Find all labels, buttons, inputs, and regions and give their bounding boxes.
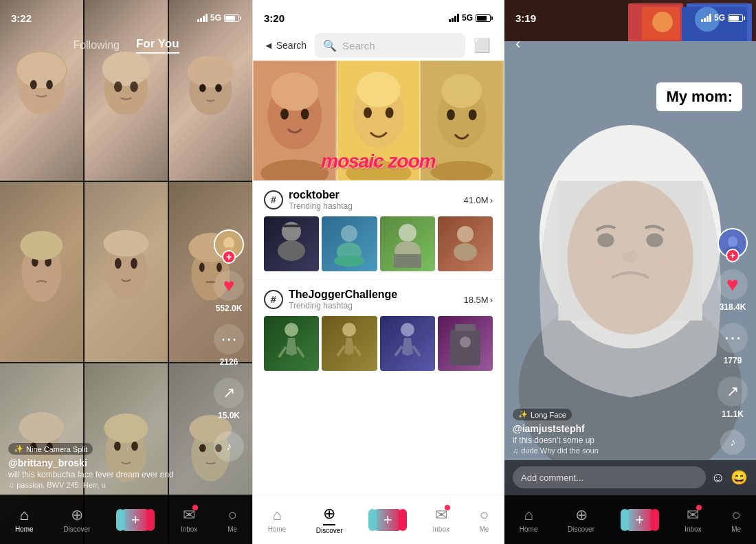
snav-discover-btn[interactable]: ⊕ Discover <box>316 505 343 534</box>
share-action-1[interactable]: ↗ 15.0K <box>214 378 244 420</box>
video-me-icon: ○ <box>732 506 741 524</box>
comment-action-1[interactable]: ⋯ 2126 <box>214 324 244 367</box>
svg-point-79 <box>460 337 471 348</box>
back-btn-2[interactable]: ◄ Search <box>264 40 307 51</box>
search-bar-2[interactable]: 🔍 Search <box>315 33 465 58</box>
snav-me-btn[interactable]: ○ Me <box>479 506 489 533</box>
video-nav-inbox-btn[interactable]: ✉ Inbox <box>685 506 701 533</box>
video-username[interactable]: @iamjuststephf <box>513 423 708 434</box>
trending-thumb-2-4[interactable] <box>438 316 493 371</box>
status-time-1: 3:22 <box>11 12 32 24</box>
trending-jogger[interactable]: # TheJoggerChallenge Trending hashtag 18… <box>253 280 504 379</box>
share-icon-1[interactable]: ↗ <box>214 378 244 408</box>
video-heart-icon[interactable]: ♥ <box>718 269 748 299</box>
home-label-1: Home <box>15 525 34 533</box>
comment-input[interactable]: Add comment... <box>513 466 706 488</box>
add-icon-1[interactable]: + <box>120 509 151 531</box>
trending-thumb-2-1[interactable] <box>264 316 319 371</box>
comment-icon-1[interactable]: ⋯ <box>214 324 244 354</box>
nav-foryou-1[interactable]: For You <box>136 37 179 54</box>
back-btn-3[interactable]: ‹ <box>515 35 520 53</box>
trending-thumb-1-3[interactable] <box>380 216 435 271</box>
video-home-icon: ⌂ <box>524 506 533 524</box>
video-comment-icon[interactable]: ⋯ <box>718 323 748 353</box>
trending-thumb-1-2[interactable] <box>322 216 377 271</box>
trending-rocktober[interactable]: # rocktober Trending hashtag 41.0M › <box>253 181 504 280</box>
trending-left-1: # rocktober Trending hashtag <box>264 189 353 211</box>
nav-following-1[interactable]: Following <box>73 39 120 52</box>
qr-btn-2[interactable]: ⬜ <box>471 34 493 56</box>
video-home-label: Home <box>520 525 538 533</box>
like-action-1[interactable]: ♥ 552.0K <box>214 271 244 313</box>
panel-search: 3:20 5G ◄ Search 🔍 Search ⬜ <box>252 0 504 544</box>
trending-info-1: rocktober Trending hashtag <box>289 189 353 211</box>
avatar-container-1[interactable]: + <box>214 229 244 260</box>
video-avatar-container[interactable]: + <box>718 228 748 258</box>
nav-discover-btn-1[interactable]: ⊕ Discover <box>63 506 90 533</box>
video-creator-avatar[interactable]: + <box>718 228 748 258</box>
snav-home-btn[interactable]: ⌂ Home <box>268 506 287 533</box>
video-add-icon[interactable]: + <box>625 509 655 531</box>
svg-point-47 <box>357 72 400 107</box>
svg-point-15 <box>21 231 63 260</box>
video-music-row: ♫ dude Why did the soun <box>513 446 708 455</box>
snav-add-icon[interactable]: + <box>373 509 403 531</box>
mosaic-text: mosaic zoom <box>253 150 504 172</box>
svg-point-43 <box>301 109 309 120</box>
svg-point-2 <box>30 80 37 90</box>
video-share-icon[interactable]: ↗ <box>718 376 748 407</box>
trending-thumb-2-2[interactable] <box>322 316 377 371</box>
video-nav-home-btn[interactable]: ⌂ Home <box>520 506 538 533</box>
svg-point-27 <box>19 412 65 443</box>
video-share-action[interactable]: ↗ 11.1K <box>718 376 748 419</box>
status-time-2: 3:20 <box>264 12 285 24</box>
creator-avatar-1[interactable]: + <box>214 229 244 260</box>
trending-thumb-2-3[interactable] <box>380 316 435 371</box>
video-nav-add-btn[interactable]: + <box>625 509 655 531</box>
hashtag-icon-1: # <box>264 190 283 209</box>
search-placeholder-2: Search <box>342 40 375 52</box>
snav-inbox-btn[interactable]: ✉ Inbox <box>433 506 449 533</box>
svg-line-70 <box>297 347 304 357</box>
trending-sub-2: Trending hashtag <box>289 301 397 310</box>
trending-count-2: 18.5M › <box>464 295 493 305</box>
effect-name-1: Nine Camera Split <box>26 445 87 453</box>
video-follow-plus[interactable]: + <box>726 249 740 262</box>
follow-plus-1[interactable]: + <box>222 250 236 264</box>
svg-rect-59 <box>283 225 300 227</box>
video-top-nav: ‹ <box>504 30 756 58</box>
nav-inbox-btn-1[interactable]: ✉ Inbox <box>181 506 197 533</box>
username-1[interactable]: @brittany_broski <box>8 457 204 468</box>
nav-me-btn-1[interactable]: ○ Me <box>227 506 237 533</box>
trending-thumb-1-1[interactable] <box>264 216 319 271</box>
snav-add-btn[interactable]: + <box>373 509 403 531</box>
video-nav-me-btn[interactable]: ○ Me <box>731 506 741 533</box>
mosaic-banner[interactable]: mosaic zoom <box>253 60 504 181</box>
video-comment-action[interactable]: ⋯ 1779 <box>718 323 748 365</box>
trending-name-1: rocktober <box>289 189 353 201</box>
trending-thumb-1-4[interactable] <box>438 216 493 271</box>
heart-icon-1[interactable]: ♥ <box>214 271 244 301</box>
me-label-1: Me <box>227 525 237 533</box>
svg-point-11 <box>215 84 222 93</box>
video-music-disc[interactable]: ♪ <box>720 430 745 455</box>
sticker-btn[interactable]: 😄 <box>731 469 748 486</box>
trending-name-2: TheJoggerChallenge <box>289 288 397 301</box>
music-disc-1[interactable]: ♪ <box>214 431 244 462</box>
svg-point-18 <box>131 258 137 269</box>
svg-point-19 <box>104 230 149 257</box>
emoji-btn[interactable]: ☺ <box>711 470 725 486</box>
svg-point-63 <box>399 224 416 242</box>
video-discover-label: Discover <box>568 525 594 533</box>
video-background: My mom: 3:19 5G <box>504 0 756 544</box>
video-nav-discover-btn[interactable]: ⊕ Discover <box>568 506 594 533</box>
video-music-text: dude Why did the soun <box>521 446 599 455</box>
svg-point-42 <box>280 109 289 120</box>
svg-point-17 <box>115 258 122 269</box>
nav-home-btn-1[interactable]: ⌂ Home <box>15 506 34 533</box>
snav-inbox-label: Inbox <box>433 525 449 533</box>
snav-home-label: Home <box>268 525 287 533</box>
nav-add-btn-1[interactable]: + <box>120 509 151 531</box>
video-music-note: ♫ <box>513 446 518 455</box>
video-like-action[interactable]: ♥ 318.4K <box>718 269 748 312</box>
